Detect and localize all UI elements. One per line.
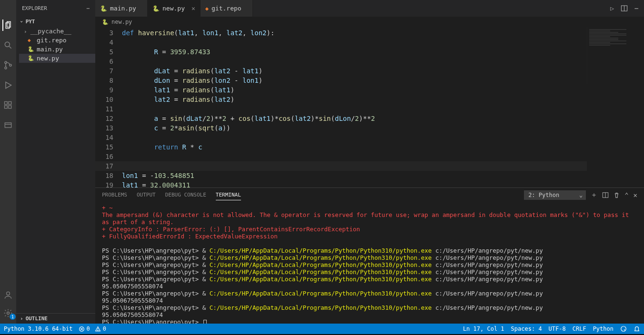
panel-tab-debug-console[interactable]: DEBUG CONSOLE <box>165 190 206 200</box>
svg-rect-8 <box>5 102 8 105</box>
minimap[interactable] <box>587 27 644 84</box>
tree-file-label: new.py <box>37 55 59 62</box>
panel-actions: 2: Python ⌄ ＋ ⌃ ✕ <box>524 190 637 200</box>
close-panel-icon[interactable]: ✕ <box>634 191 637 199</box>
svg-line-3 <box>10 47 11 49</box>
tab-label: main.py <box>110 5 136 12</box>
status-bar: Python 3.10.6 64-bit 0 0 Ln 17, Col 1 Sp… <box>0 324 644 334</box>
outline-header[interactable]: OUTLINE <box>16 313 95 324</box>
status-errors[interactable]: 0 0 <box>79 325 106 332</box>
account-icon[interactable] <box>2 289 14 301</box>
panel-tabs: PROBLEMSOUTPUTDEBUG CONSOLETERMINAL 2: P… <box>95 188 644 202</box>
svg-marker-7 <box>6 82 11 88</box>
debug-icon[interactable] <box>2 79 14 91</box>
tree-file-git-repo[interactable]: ◆git.repo <box>19 36 95 45</box>
python-file-icon: 🐍 <box>152 5 160 12</box>
svg-point-4 <box>5 61 7 63</box>
title-tab-bar: EXPLORER ⋯ 🐍main.py🐍new.py✕◆git.repo ▷ ⋯ <box>0 0 644 17</box>
breadcrumb-file: new.py <box>111 19 132 25</box>
python-file-icon: 🐍 <box>100 5 107 12</box>
svg-point-14 <box>7 292 10 295</box>
tree-file-main-py[interactable]: 🐍main.py <box>19 45 95 54</box>
python-file-icon: 🐍 <box>28 46 34 52</box>
svg-point-5 <box>5 67 7 69</box>
svg-line-24 <box>624 329 625 330</box>
editor-pane: 🐍 new.py 3 4 5 6 7 8 9 10 11 12 13 14 15… <box>95 17 644 187</box>
chevron-down-icon <box>20 19 24 25</box>
close-tab-icon[interactable]: ✕ <box>191 5 195 12</box>
svg-rect-11 <box>9 102 11 105</box>
current-line-highlight <box>95 161 587 171</box>
search-icon[interactable] <box>2 39 14 51</box>
explorer-more-icon[interactable]: ⋯ <box>86 5 90 11</box>
terminal-cursor <box>203 320 207 324</box>
maximize-panel-icon[interactable]: ⌃ <box>624 191 628 199</box>
file-tree: __pycache__ ◆git.repo🐍main.py🐍new.py <box>16 27 95 63</box>
svg-rect-10 <box>9 106 11 108</box>
python-file-icon: 🐍 <box>102 19 109 25</box>
svg-rect-23 <box>621 326 626 332</box>
notifications-icon[interactable] <box>634 325 640 332</box>
svg-point-22 <box>98 330 98 330</box>
terminal-selector-label: 2: Python <box>528 192 559 198</box>
folder-name: PYT <box>26 19 35 25</box>
panel-tab-terminal[interactable]: TERMINAL <box>216 190 241 200</box>
split-terminal-icon[interactable] <box>602 192 609 198</box>
activitybar-spacer <box>0 0 16 17</box>
kill-terminal-icon[interactable] <box>614 192 620 198</box>
tool-icon[interactable] <box>2 119 14 131</box>
explorer-icon[interactable] <box>2 20 14 31</box>
explorer-title: EXPLORER ⋯ <box>16 0 95 17</box>
status-language[interactable]: Python <box>593 325 614 332</box>
tree-folder-pycache[interactable]: __pycache__ <box>19 27 95 36</box>
repo-file-icon: ◆ <box>28 37 34 43</box>
editor-more-icon[interactable]: ⋯ <box>634 5 638 12</box>
bottom-panel: PROBLEMSOUTPUTDEBUG CONSOLETERMINAL 2: P… <box>95 187 644 324</box>
svg-point-2 <box>5 42 10 47</box>
tree-folder-label: __pycache__ <box>30 28 71 35</box>
folder-header[interactable]: PYT <box>16 17 95 27</box>
tab-label: new.py <box>162 5 185 12</box>
chevron-right-icon <box>20 315 24 322</box>
status-cursor[interactable]: Ln 17, Col 1 <box>463 325 504 332</box>
svg-point-15 <box>7 312 10 315</box>
panel-tab-output[interactable]: OUTPUT <box>137 190 156 200</box>
status-python[interactable]: Python 3.10.6 64-bit <box>4 325 73 332</box>
panel-tab-problems[interactable]: PROBLEMS <box>102 190 127 200</box>
explorer-sidebar: PYT __pycache__ ◆git.repo🐍main.py🐍new.py… <box>16 17 95 324</box>
code-editor[interactable]: 3 4 5 6 7 8 9 10 11 12 13 14 15 16 17 18… <box>95 27 644 187</box>
editor-actions: ▷ ⋯ <box>604 0 644 17</box>
terminal-selector[interactable]: 2: Python ⌄ <box>524 190 586 200</box>
svg-rect-12 <box>5 123 11 128</box>
repo-file-icon: ◆ <box>205 5 209 12</box>
tab-label: git.repo <box>211 5 242 12</box>
terminal-output[interactable]: + ~The ampersand (&) character is not al… <box>95 202 644 324</box>
editor-tabs: 🐍main.py🐍new.py✕◆git.repo <box>95 0 253 17</box>
chevron-right-icon <box>24 28 28 35</box>
split-editor-icon[interactable] <box>621 5 628 12</box>
tree-file-new-py[interactable]: 🐍new.py <box>19 54 95 63</box>
status-eol[interactable]: CRLF <box>573 325 586 332</box>
tree-file-label: main.py <box>37 46 63 53</box>
new-terminal-icon[interactable]: ＋ <box>591 191 597 199</box>
svg-rect-9 <box>5 106 8 108</box>
settings-icon[interactable] <box>2 307 14 319</box>
editor-tab-git-repo[interactable]: ◆git.repo <box>201 0 253 17</box>
editor-tab-new-py[interactable]: 🐍new.py✕ <box>148 0 201 17</box>
source-control-icon[interactable] <box>2 59 14 71</box>
breadcrumb[interactable]: 🐍 new.py <box>95 17 644 27</box>
editor-tab-main-py[interactable]: 🐍main.py <box>95 0 148 17</box>
explorer-label: EXPLORER <box>22 5 47 11</box>
main-area: PYT __pycache__ ◆git.repo🐍main.py🐍new.py… <box>0 17 644 324</box>
feedback-icon[interactable] <box>620 325 627 332</box>
chevron-down-icon: ⌄ <box>579 192 583 198</box>
run-icon[interactable]: ▷ <box>610 5 614 12</box>
tree-file-label: git.repo <box>37 37 67 44</box>
extensions-icon[interactable] <box>2 99 14 111</box>
status-encoding[interactable]: UTF-8 <box>549 325 566 332</box>
status-spaces[interactable]: Spaces: 4 <box>511 325 542 332</box>
activity-bar <box>0 17 16 324</box>
outline-label: OUTLINE <box>26 315 48 322</box>
python-file-icon: 🐍 <box>28 55 34 61</box>
